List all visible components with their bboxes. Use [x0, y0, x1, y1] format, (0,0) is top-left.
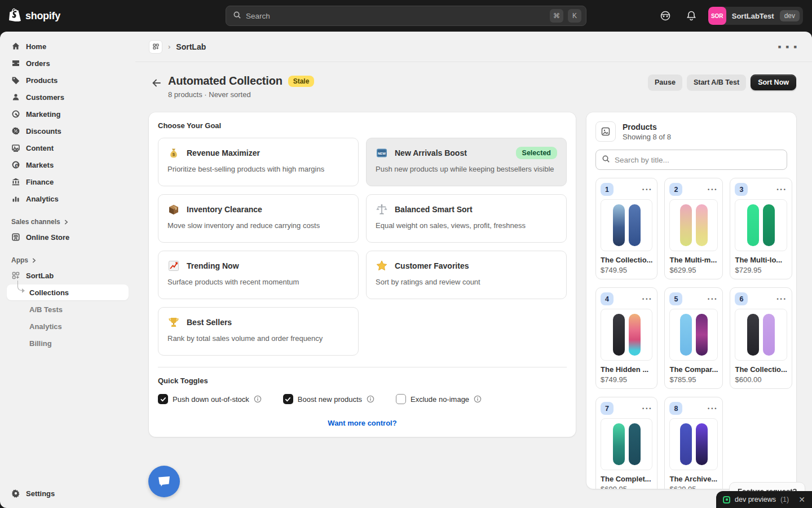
goal-title: Balanced Smart Sort — [395, 205, 473, 214]
breadcrumb: › SortLab ■ ■ ■ — [135, 32, 812, 62]
sidebar-item-label: Customers — [26, 93, 64, 102]
account-menu[interactable]: SOR SortLabTest dev — [708, 7, 803, 25]
info-icon[interactable] — [474, 395, 482, 403]
start-ab-test-button[interactable]: Start A/B Test — [687, 75, 746, 90]
toggle-boost-new-products[interactable]: Boost new products — [283, 394, 374, 404]
product-search-placeholder: Search by title... — [615, 156, 669, 164]
goal-card-customer-favorites[interactable]: Customer Favorites Sort by ratings and r… — [366, 251, 567, 299]
breadcrumb-app-name[interactable]: SortLab — [176, 42, 206, 51]
pause-button[interactable]: Pause — [648, 75, 682, 90]
balance-scale-icon — [376, 203, 388, 216]
sidebar-item-home[interactable]: Home — [7, 38, 129, 54]
sidekick-icon[interactable] — [656, 7, 674, 25]
back-arrow-button[interactable] — [149, 75, 165, 91]
chart-up-icon — [167, 260, 180, 272]
close-icon[interactable]: ✕ — [798, 496, 805, 503]
sidebar-section-apps[interactable]: Apps — [7, 253, 129, 268]
sidebar-item-discounts[interactable]: Discounts — [7, 123, 129, 139]
product-card[interactable]: 4 ••• The Hidden ... $749.95 — [595, 287, 657, 389]
chat-bubble-icon — [157, 475, 171, 488]
goal-card-revenue-maximizer[interactable]: $ Revenue Maximizer Prioritize best-sell… — [158, 138, 359, 186]
sidebar-item-markets[interactable]: $ Markets — [7, 157, 129, 173]
goal-title: Customer Favorites — [395, 261, 469, 270]
product-card[interactable]: 5 ••• The Compar... $785.95 — [664, 287, 723, 389]
want-more-control-link[interactable]: Want more control? — [328, 419, 396, 427]
sidebar-item-products[interactable]: Products — [7, 72, 129, 88]
global-search-input[interactable]: Search ⌘ K — [226, 6, 586, 26]
product-menu-icon[interactable]: ••• — [776, 187, 787, 192]
sidebar-item-online-store[interactable]: Online Store — [7, 229, 129, 245]
goal-desc: Sort by ratings and review count — [376, 278, 557, 286]
snowboard-graphic — [747, 314, 759, 356]
goal-card-new-arrivals-boost[interactable]: NEW New Arrivals Boost Selected Push new… — [366, 138, 567, 186]
product-card[interactable]: 6 ••• The Collectio... $600.00 — [730, 287, 792, 389]
goal-card-inventory-clearance[interactable]: Inventory Clearance Move slow inventory … — [158, 194, 359, 243]
sidebar-item-analytics[interactable]: Analytics — [7, 191, 129, 207]
checkbox-unchecked[interactable] — [396, 394, 406, 404]
product-card[interactable]: 1 ••• The Collectio... $749.95 — [595, 178, 657, 279]
sidebar-subitem-label: Analytics — [29, 322, 62, 331]
bar-chart-icon — [11, 194, 20, 203]
info-icon[interactable] — [254, 395, 262, 403]
shopify-logo[interactable]: shopify — [9, 8, 60, 24]
sidebar-item-label: Markets — [26, 161, 54, 169]
sidebar-item-orders[interactable]: Orders — [7, 55, 129, 71]
toggle-exclude-no-image[interactable]: Exclude no-image — [396, 394, 482, 404]
goal-card-best-sellers[interactable]: Best Sellers Rank by total sales volume … — [158, 307, 359, 356]
info-icon[interactable] — [367, 395, 374, 403]
sidebar-item-finance[interactable]: Finance — [7, 174, 129, 190]
sidebar-item-label: Home — [26, 42, 46, 51]
checkbox-checked[interactable] — [158, 394, 168, 404]
sidebar-item-label: Marketing — [26, 110, 60, 119]
checkbox-checked[interactable] — [283, 394, 293, 404]
k-key-badge: K — [568, 9, 581, 23]
snowboard-graphic — [680, 423, 692, 465]
sidebar-section-sales-channels[interactable]: Sales channels — [7, 214, 129, 229]
store-name: SortLabTest — [726, 12, 780, 20]
storefront-icon — [11, 233, 20, 242]
shopify-bag-icon — [9, 8, 21, 24]
rank-badge: 8 — [669, 402, 682, 415]
goal-desc: Equal weight on sales, views, profit, fr… — [376, 221, 557, 230]
product-card[interactable]: 3 ••• The Multi-lo... $729.95 — [730, 178, 792, 279]
product-card[interactable]: 7 ••• The Complet... $699.95 — [595, 397, 657, 489]
sidebar-item-settings[interactable]: Settings — [7, 485, 129, 501]
chat-support-button[interactable] — [148, 466, 180, 497]
product-price: $600.00 — [735, 375, 787, 384]
app-frame: Home Orders Products Customers Marketing… — [0, 32, 812, 508]
rank-badge: 7 — [601, 402, 614, 415]
rank-badge: 6 — [735, 292, 748, 305]
trophy-icon — [167, 316, 180, 329]
sidebar-subitem-analytics[interactable]: Analytics — [7, 318, 129, 334]
page-overflow-menu-icon[interactable]: ■ ■ ■ — [778, 44, 798, 50]
sidebar-item-content[interactable]: Content — [7, 140, 129, 156]
toggle-push-down-out-of-stock[interactable]: Push down out-of-stock — [158, 394, 262, 404]
product-menu-icon[interactable]: ••• — [708, 406, 718, 411]
star-icon — [376, 260, 388, 272]
product-search-input[interactable]: Search by title... — [595, 150, 787, 170]
section-label: Sales channels — [11, 218, 60, 226]
goal-card-trending-now[interactable]: Trending Now Surface products with recen… — [158, 251, 359, 299]
sidebar-subitem-label: Billing — [29, 339, 52, 348]
product-menu-icon[interactable]: ••• — [708, 187, 718, 192]
product-menu-icon[interactable]: ••• — [642, 406, 652, 411]
sidebar-item-label: Settings — [26, 489, 55, 498]
product-name: The Multi-lo... — [735, 256, 787, 264]
notifications-bell-icon[interactable] — [682, 7, 700, 25]
sidebar-subitem-collections[interactable]: Collections — [7, 284, 129, 300]
sidebar-item-customers[interactable]: Customers — [7, 89, 129, 105]
sidebar-item-sortlab-app[interactable]: SortLab — [7, 268, 129, 283]
goal-card-balanced-smart-sort[interactable]: Balanced Smart Sort Equal weight on sale… — [366, 194, 567, 243]
product-card[interactable]: 8 ••• The Archive... $629.95 — [664, 397, 723, 489]
sidebar-item-marketing[interactable]: Marketing — [7, 106, 129, 122]
toggles-section-title: Quick Toggles — [158, 376, 567, 385]
product-menu-icon[interactable]: ••• — [708, 296, 718, 302]
sort-now-button[interactable]: Sort Now — [751, 75, 796, 90]
product-menu-icon[interactable]: ••• — [642, 187, 652, 192]
sidebar-subitem-ab-tests[interactable]: A/B Tests — [7, 301, 129, 317]
product-menu-icon[interactable]: ••• — [776, 296, 787, 302]
product-card[interactable]: 2 ••• The Multi-m... $629.95 — [664, 178, 723, 279]
product-menu-icon[interactable]: ••• — [642, 296, 652, 302]
sidebar-subitem-billing[interactable]: Billing — [7, 335, 129, 351]
globe-dollar-icon: $ — [11, 160, 20, 169]
